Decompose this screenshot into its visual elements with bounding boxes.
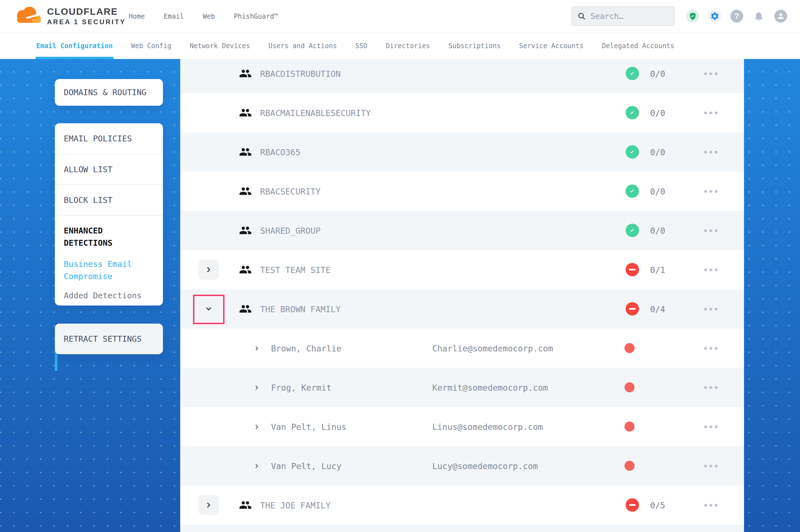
minus-icon <box>629 269 636 270</box>
search-icon <box>577 12 586 21</box>
member-name: Brown, Charlie <box>271 343 342 353</box>
member-count: 0/0 <box>650 186 665 196</box>
row-menu-button[interactable] <box>704 504 717 507</box>
security-shield-icon[interactable] <box>686 10 699 22</box>
chevron-right-icon <box>205 501 213 509</box>
tab-directories[interactable]: Directories <box>386 33 430 59</box>
group-people-icon <box>239 106 252 119</box>
sidebar-heading-enhanced-detections: ENHANCED DETECTIONS <box>64 225 147 249</box>
group-name: RBACO365 <box>260 147 301 157</box>
row-menu-button[interactable] <box>704 268 717 271</box>
annotation-highlight-box <box>193 294 224 324</box>
row-menu-button[interactable] <box>704 151 717 154</box>
member-name: Van Pelt, Linus <box>271 422 346 432</box>
group-name: RBACSECURITY <box>260 186 321 196</box>
status-badge-ok <box>625 224 639 237</box>
chevron-right-icon[interactable] <box>254 384 260 391</box>
member-count: 0/1 <box>650 265 665 274</box>
expander-expand-button[interactable] <box>199 260 219 280</box>
member-count: 0/4 <box>650 304 665 314</box>
app-window: CLOUDFLARE AREA 1 SECURITY HomeEmailWebP… <box>0 0 800 532</box>
group-people-icon <box>239 263 252 276</box>
group-name: THE BROWN FAMILY <box>260 304 341 314</box>
user-avatar-icon[interactable] <box>775 10 787 22</box>
sidebar-card-retract-settings[interactable]: RETRACT SETTINGS <box>55 324 163 354</box>
status-dot-blocked <box>624 382 635 392</box>
member-count: 0/0 <box>650 147 665 157</box>
sidebar-item-label: EMAIL POLICIES <box>64 134 132 143</box>
group-people-icon <box>239 302 252 315</box>
row-menu-button[interactable] <box>704 386 717 389</box>
help-icon[interactable]: ? <box>730 10 743 22</box>
row-menu-button[interactable] <box>704 112 717 114</box>
group-people-icon <box>239 224 252 237</box>
status-badge-blocked <box>625 302 639 316</box>
table-row: THE BROWN FAMILY0/4 <box>180 289 744 329</box>
brand-text: CLOUDFLARE AREA 1 SECURITY <box>47 6 126 26</box>
chevron-right-icon[interactable] <box>254 463 260 469</box>
table-row: TEST TEAM SITE0/1 <box>180 250 744 289</box>
tab-sso[interactable]: SSO <box>355 33 367 59</box>
group-people-icon <box>239 146 252 158</box>
tab-email-configuration[interactable]: Email Configuration <box>36 33 113 59</box>
table-row: Van Pelt, LucyLucy@somedemocorp.com <box>180 446 744 486</box>
cloudflare-cloud-icon <box>13 3 43 28</box>
group-name: RBACMAILENABLESECURITY <box>260 108 371 118</box>
tab-subscriptions[interactable]: Subscriptions <box>449 33 501 59</box>
row-menu-button[interactable] <box>704 425 717 428</box>
nav-link-email[interactable]: Email <box>164 13 184 20</box>
row-menu-button[interactable] <box>704 72 717 75</box>
nav-link-home[interactable]: Home <box>129 13 145 20</box>
group-name: RBACDISTRUBUTION <box>260 69 341 78</box>
minus-icon <box>629 308 636 310</box>
member-email: Linus@somedemocorp.com <box>432 422 543 432</box>
group-table: RBACDISTRUBUTION0/0RBACMAILENABLESECURIT… <box>180 59 744 532</box>
tab-users-and-actions[interactable]: Users and Actions <box>269 33 337 59</box>
sidebar-item-domains-routing[interactable]: DOMAINS & ROUTING <box>64 88 146 97</box>
status-badge-ok <box>625 145 639 158</box>
sidebar-card-domains-routing[interactable]: DOMAINS & ROUTING <box>55 79 163 106</box>
member-name: Frog, Kermit <box>271 383 331 392</box>
nav-link-web[interactable]: Web <box>203 13 215 20</box>
row-menu-button[interactable] <box>704 229 717 232</box>
chevron-right-icon[interactable] <box>254 345 260 352</box>
table-row <box>180 525 744 532</box>
chevron-right-icon <box>205 266 213 273</box>
tab-network-devices[interactable]: Network Devices <box>190 33 250 59</box>
tab-web-config[interactable]: Web Config <box>131 33 171 59</box>
table-row: SHARED_GROUP0/0 <box>180 211 744 250</box>
member-count: 0/0 <box>650 69 665 78</box>
sidebar-item-block-list[interactable]: BLOCK LIST <box>55 185 163 216</box>
search-input[interactable] <box>590 12 674 21</box>
section-tab-bar: Email ConfigurationWeb ConfigNetwork Dev… <box>0 33 800 59</box>
member-email: Kermit@somedemocorp.com <box>432 383 548 392</box>
row-menu-button[interactable] <box>704 190 717 193</box>
table-row: RBACO3650/0 <box>180 132 744 172</box>
expander-expand-button[interactable] <box>199 495 219 515</box>
nav-link-phishguard[interactable]: PhishGuard™ <box>234 13 278 20</box>
sidebar-section-enhanced-detections: ENHANCED DETECTIONS Business Email Compr… <box>55 216 163 300</box>
settings-gear-icon[interactable] <box>708 10 721 22</box>
row-menu-button[interactable] <box>704 465 717 468</box>
sidebar-item-added-detections[interactable]: Added Detections <box>64 291 163 300</box>
search-box <box>571 6 675 26</box>
row-menu-button[interactable] <box>704 308 717 310</box>
row-menu-button[interactable] <box>704 347 717 350</box>
status-badge-blocked <box>625 263 639 276</box>
group-name: SHARED_GROUP <box>260 226 321 235</box>
chevron-right-icon[interactable] <box>254 423 260 430</box>
sidebar-item-retract-settings[interactable]: RETRACT SETTINGS <box>64 334 142 344</box>
sidebar-item-email-policies[interactable]: EMAIL POLICIES <box>55 123 163 154</box>
sidebar-item-allow-list[interactable]: ALLOW LIST <box>55 154 163 185</box>
member-email: Lucy@somedemocorp.com <box>432 461 538 471</box>
sidebar-item-label: ALLOW LIST <box>64 165 112 174</box>
brand-subtitle: AREA 1 SECURITY <box>47 18 126 26</box>
tab-delegated-accounts[interactable]: Delegated Accounts <box>602 33 674 59</box>
notifications-bell-icon[interactable] <box>752 10 765 22</box>
brand-name: CLOUDFLARE <box>47 6 126 17</box>
sidebar-item-business-email-compromise[interactable]: Business Email Compromise <box>64 258 156 282</box>
tab-service-accounts[interactable]: Service Accounts <box>519 33 584 59</box>
group-people-icon <box>239 499 252 511</box>
cloudflare-logo: CLOUDFLARE AREA 1 SECURITY <box>13 3 126 28</box>
group-people-icon <box>239 185 252 197</box>
